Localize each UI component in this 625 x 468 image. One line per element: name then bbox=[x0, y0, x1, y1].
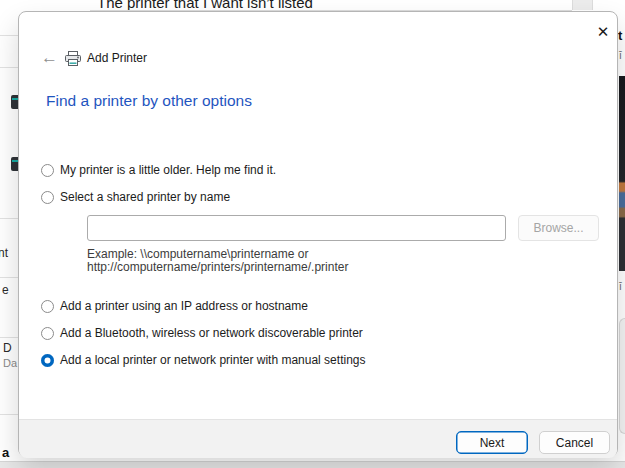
cancel-button[interactable]: Cancel bbox=[539, 431, 610, 454]
next-button[interactable]: Next bbox=[456, 431, 528, 454]
bg-image-fragment bbox=[619, 76, 625, 271]
bg-text-fragment: Da bbox=[3, 357, 17, 369]
radio-button-icon[interactable] bbox=[41, 354, 54, 367]
bg-panel-fragment bbox=[619, 318, 625, 434]
bg-statusbar-fragment bbox=[0, 461, 625, 468]
example-line-2: http://computername/printers/printername… bbox=[87, 261, 348, 274]
printer-icon bbox=[65, 51, 81, 66]
dialog-title: Add Printer bbox=[87, 51, 147, 65]
bg-text-fragment: nt bbox=[0, 246, 8, 260]
bg-text-fragment: D bbox=[3, 341, 12, 355]
radio-option-local-manual[interactable]: Add a local printer or network printer w… bbox=[41, 352, 365, 368]
radio-button-icon[interactable] bbox=[41, 164, 54, 177]
divider bbox=[0, 35, 18, 36]
radio-label: Select a shared printer by name bbox=[60, 190, 230, 204]
bg-text-fragment: e bbox=[2, 283, 9, 297]
bg-text-fragment: t bbox=[618, 28, 622, 43]
close-button[interactable]: ✕ bbox=[589, 17, 617, 45]
divider bbox=[0, 67, 18, 68]
page-heading: Find a printer by other options bbox=[46, 92, 252, 110]
radio-label: Add a printer using an IP address or hos… bbox=[60, 299, 308, 313]
divider bbox=[0, 337, 18, 338]
radio-option-bluetooth-wireless[interactable]: Add a Bluetooth, wireless or network dis… bbox=[41, 325, 363, 341]
radio-label: My printer is a little older. Help me fi… bbox=[60, 163, 276, 177]
radio-option-ip-address[interactable]: Add a printer using an IP address or hos… bbox=[41, 298, 308, 314]
screen: The printer that I want isn’t listed nt … bbox=[0, 0, 625, 468]
divider bbox=[0, 218, 18, 219]
divider bbox=[0, 414, 18, 415]
scrollbar-fragment bbox=[572, 0, 593, 10]
radio-label: Add a Bluetooth, wireless or network dis… bbox=[60, 326, 363, 340]
divider bbox=[0, 277, 18, 278]
bg-text-fragment: ī bbox=[619, 281, 622, 292]
bg-text-fragment: ī bbox=[619, 50, 622, 61]
radio-label: Add a local printer or network printer w… bbox=[60, 353, 365, 367]
bg-text-fragment: a bbox=[2, 445, 9, 460]
radio-button-icon[interactable] bbox=[41, 327, 54, 340]
back-button[interactable]: ← bbox=[41, 48, 65, 68]
dialog-header: ← Add Printer bbox=[41, 48, 147, 68]
radio-button-icon[interactable] bbox=[41, 300, 54, 313]
dialog-footer: Next Cancel bbox=[19, 419, 617, 458]
radio-button-icon[interactable] bbox=[41, 191, 54, 204]
add-printer-dialog: ✕ ← Add Printer Find a printer by other … bbox=[18, 11, 618, 457]
radio-option-older-printer[interactable]: My printer is a little older. Help me fi… bbox=[41, 162, 276, 178]
example-text: Example: \\computername\printername or h… bbox=[87, 248, 348, 274]
browse-button[interactable]: Browse... bbox=[518, 215, 599, 241]
shared-printer-name-input[interactable] bbox=[87, 215, 506, 241]
close-icon: ✕ bbox=[597, 24, 610, 39]
radio-option-shared-printer[interactable]: Select a shared printer by name bbox=[41, 189, 230, 205]
